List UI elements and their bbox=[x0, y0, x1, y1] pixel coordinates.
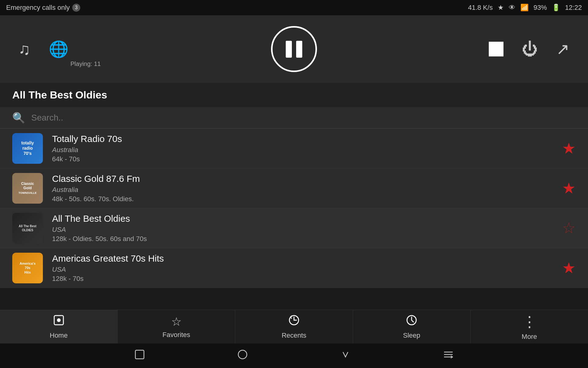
player-left-controls: ♫ 🌐 bbox=[18, 40, 69, 59]
station-bitrate: 128k - Oldies. 50s. 60s and 70s bbox=[52, 235, 553, 243]
nav-item-sleep[interactable]: Sleep bbox=[353, 310, 470, 343]
recents-button[interactable] bbox=[340, 349, 351, 362]
notification-badge: 3 bbox=[72, 4, 80, 12]
battery-percent: 93% bbox=[533, 4, 547, 12]
logo-text: Classic Gold TOWNSVILLE bbox=[19, 182, 37, 195]
sleep-label: Sleep bbox=[403, 332, 420, 339]
station-item[interactable]: All The Best OLDIES All The Best Oldies … bbox=[0, 208, 588, 248]
music-icon[interactable]: ♫ bbox=[18, 40, 30, 58]
station-info: All The Best Oldies USA 128k - Oldies. 5… bbox=[52, 213, 553, 243]
favorites-label: Favorites bbox=[163, 331, 190, 339]
status-bar: Emergency calls only 3 41.8 K/s ★ 👁 📶 93… bbox=[0, 0, 588, 15]
emergency-text: Emergency calls only bbox=[6, 4, 70, 12]
recents-icon bbox=[288, 314, 300, 329]
more-label: More bbox=[522, 333, 537, 341]
station-name: All The Best Oldies bbox=[52, 213, 553, 224]
playing-label: Playing: 11 bbox=[70, 60, 101, 67]
station-logo: All The Best OLDIES bbox=[12, 213, 43, 243]
nav-item-home[interactable]: Home bbox=[0, 310, 117, 343]
station-bitrate: 64k - 70s bbox=[52, 155, 553, 163]
station-item[interactable]: America's 70s Hits Americas Greatest 70s… bbox=[0, 248, 588, 288]
station-bitrate: 128k - 70s bbox=[52, 275, 553, 283]
menu-button[interactable] bbox=[443, 349, 454, 362]
more-icon: ⋮ bbox=[522, 313, 536, 330]
pause-bar-right bbox=[296, 41, 302, 58]
station-logo: America's 70s Hits bbox=[12, 253, 43, 283]
search-input[interactable] bbox=[31, 113, 576, 123]
home-button[interactable] bbox=[237, 349, 248, 362]
system-nav bbox=[0, 343, 588, 368]
station-info: Classic Gold 87.6 Fm Australia 48k - 50s… bbox=[52, 174, 553, 203]
svg-rect-4 bbox=[135, 350, 144, 359]
globe-icon[interactable]: 🌐 bbox=[49, 40, 69, 59]
home-icon bbox=[53, 314, 65, 329]
svg-point-5 bbox=[238, 350, 247, 359]
back-button[interactable] bbox=[134, 349, 145, 362]
home-label: Home bbox=[50, 332, 68, 339]
logo-text: All The Best OLDIES bbox=[19, 224, 36, 232]
station-country: USA bbox=[52, 226, 553, 234]
share-button[interactable]: ↗ bbox=[556, 40, 570, 58]
station-info: Americas Greatest 70s Hits USA 128k - 70… bbox=[52, 253, 553, 283]
nav-item-favorites[interactable]: ☆ Favorites bbox=[118, 310, 235, 343]
station-country: USA bbox=[52, 266, 553, 274]
pause-icon bbox=[286, 41, 302, 58]
wifi-icon: 📶 bbox=[520, 4, 529, 12]
network-speed: 41.8 K/s bbox=[468, 4, 493, 12]
bottom-nav: Home ☆ Favorites Recents Sleep ⋮ More bbox=[0, 310, 588, 343]
favorite-button[interactable]: ★ bbox=[562, 140, 576, 157]
search-bar: 🔍 bbox=[0, 107, 588, 128]
stop-button[interactable] bbox=[489, 42, 503, 56]
bluetooth-icon: ★ bbox=[498, 4, 504, 12]
logo-text: totally radio 70's bbox=[21, 140, 34, 156]
station-country: Australia bbox=[52, 146, 553, 154]
player-area: ♫ 🌐 Playing: 11 ⏻ ↗ bbox=[0, 15, 588, 83]
station-logo: Classic Gold TOWNSVILLE bbox=[12, 173, 43, 204]
station-name: Totally Radio 70s bbox=[52, 134, 553, 144]
status-right: 41.8 K/s ★ 👁 📶 93% 🔋 12:22 bbox=[468, 4, 582, 12]
now-playing-title: All The Best Oldies bbox=[0, 83, 588, 107]
sleep-icon bbox=[405, 314, 418, 329]
nav-item-more[interactable]: ⋮ More bbox=[471, 310, 588, 343]
favorite-button[interactable]: ★ bbox=[562, 179, 576, 197]
logo-text: America's 70s Hits bbox=[20, 261, 36, 274]
pause-button[interactable] bbox=[271, 26, 317, 72]
favorite-button[interactable]: ☆ bbox=[562, 219, 576, 237]
station-item[interactable]: Classic Gold TOWNSVILLE Classic Gold 87.… bbox=[0, 168, 588, 208]
search-icon: 🔍 bbox=[12, 112, 25, 124]
station-bitrate: 48k - 50s. 60s. 70s. Oldies. bbox=[52, 195, 553, 203]
favorites-icon: ☆ bbox=[171, 315, 182, 328]
eye-icon: 👁 bbox=[509, 4, 515, 12]
power-button[interactable]: ⏻ bbox=[522, 40, 538, 58]
pause-bar-left bbox=[286, 41, 292, 58]
station-list: totally radio 70's Totally Radio 70s Aus… bbox=[0, 128, 588, 288]
station-item[interactable]: totally radio 70's Totally Radio 70s Aus… bbox=[0, 128, 588, 168]
clock: 12:22 bbox=[565, 4, 582, 12]
station-country: Australia bbox=[52, 186, 553, 194]
recents-label: Recents bbox=[282, 332, 307, 339]
station-info: Totally Radio 70s Australia 64k - 70s bbox=[52, 134, 553, 163]
nav-item-recents[interactable]: Recents bbox=[235, 310, 352, 343]
station-name: Americas Greatest 70s Hits bbox=[52, 253, 553, 264]
player-right-controls: ⏻ ↗ bbox=[489, 40, 570, 58]
station-logo: totally radio 70's bbox=[12, 133, 43, 164]
favorite-button[interactable]: ★ bbox=[562, 259, 576, 277]
battery-icon: 🔋 bbox=[552, 4, 560, 12]
svg-point-1 bbox=[57, 318, 61, 322]
status-left: Emergency calls only 3 bbox=[6, 4, 80, 12]
station-name: Classic Gold 87.6 Fm bbox=[52, 174, 553, 184]
